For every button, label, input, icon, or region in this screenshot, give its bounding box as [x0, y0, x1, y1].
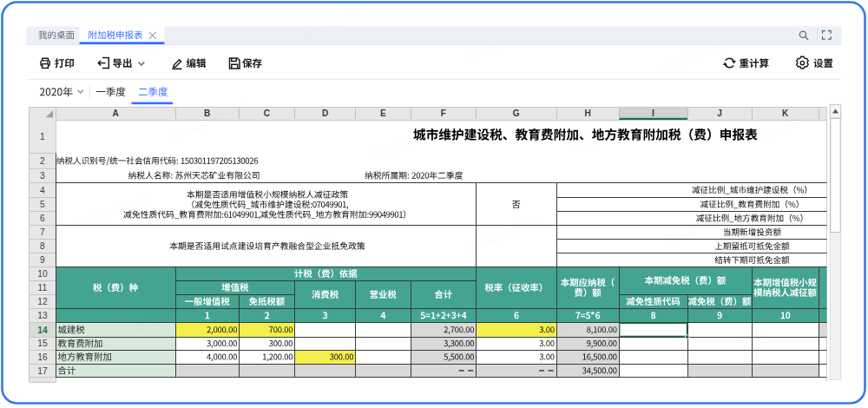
svg-text:17: 17 — [37, 366, 48, 376]
svg-text:12: 12 — [37, 297, 48, 306]
svg-text:3: 3 — [40, 171, 45, 181]
svg-text:1: 1 — [40, 132, 45, 141]
svg-text:6: 6 — [40, 214, 45, 223]
svg-text:2: 2 — [40, 156, 45, 166]
svg-text:7: 7 — [40, 227, 45, 237]
svg-text:C: C — [264, 109, 270, 118]
svg-text:11: 11 — [38, 283, 48, 293]
svg-text:D: D — [322, 109, 328, 118]
svg-text:J: J — [717, 109, 722, 118]
svg-text:A: A — [112, 109, 118, 118]
svg-text:K: K — [782, 109, 789, 118]
svg-text:H: H — [584, 109, 590, 118]
svg-text:5: 5 — [40, 200, 45, 209]
svg-text:10: 10 — [37, 269, 48, 279]
svg-text:F: F — [441, 109, 446, 118]
svg-text:14: 14 — [37, 326, 48, 335]
svg-text:9: 9 — [40, 255, 45, 265]
svg-text:16: 16 — [37, 352, 48, 362]
svg-text:4: 4 — [40, 186, 45, 195]
svg-text:I: I — [652, 109, 654, 118]
svg-text:15: 15 — [37, 339, 48, 348]
svg-text:13: 13 — [37, 311, 48, 320]
svg-text:8: 8 — [40, 241, 45, 251]
svg-text:G: G — [513, 109, 520, 118]
svg-text:E: E — [380, 109, 386, 118]
